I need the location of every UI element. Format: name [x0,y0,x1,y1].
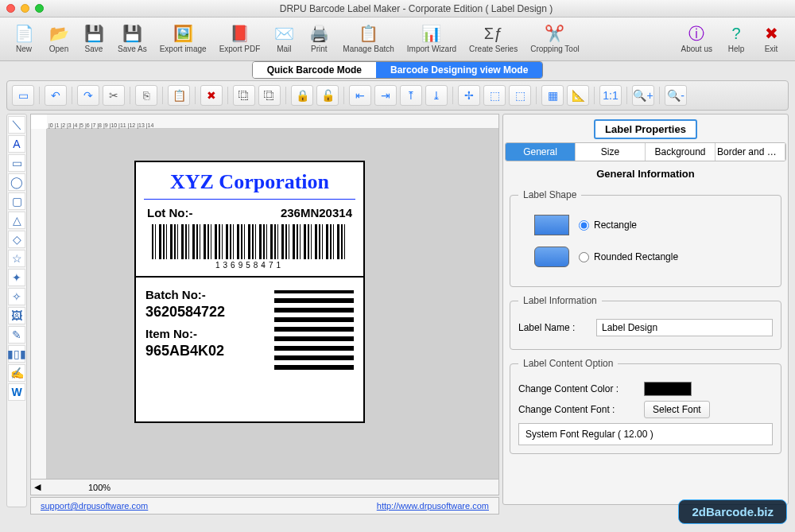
exit-icon: ✖ [760,22,782,45]
quick-barcode-mode-tab[interactable]: Quick Barcode Mode [253,62,376,78]
zoom-out-button[interactable]: 🔍- [665,85,687,106]
open-icon: 📂 [48,22,70,45]
save-button[interactable]: 💾Save [76,21,111,60]
content-color-label: Change Content Color : [518,383,638,394]
wordart-tool[interactable]: W [8,383,25,401]
pencil-tool[interactable]: ✎ [8,326,25,344]
help-icon: ? [725,22,747,45]
canvas[interactable]: |0 |1 |2 |3 |4 |5 |6 |7 |8 |9 |10 |11 |1… [30,114,499,480]
actual-size-button[interactable]: 1:1 [599,85,622,106]
cropping-tool-button[interactable]: ✂️Cropping Tool [524,21,586,60]
item-value: 965AB4K02 [145,343,274,359]
align-left-button[interactable]: ⇤ [349,85,371,106]
designing-view-mode-tab[interactable]: Barcode Designing view Mode [376,62,542,78]
star-tool[interactable]: ☆ [8,250,25,267]
help-button[interactable]: ?Help [719,21,754,60]
barcode-1d [152,224,347,259]
grid-button[interactable]: ▦ [541,85,564,106]
duplicate-button[interactable]: ⿻ [233,85,255,106]
rect-tool[interactable]: ▭ [8,154,25,172]
align-right-button[interactable]: ⇥ [374,85,397,106]
paste-button[interactable]: 📋 [168,85,190,106]
line-tool[interactable]: ＼ [8,116,25,134]
print-button[interactable]: 🖨️Print [301,21,336,60]
export-pdf-icon: 📕 [228,22,250,45]
align-bottom-button[interactable]: ⤓ [425,85,448,106]
label-content-group: Label Content Option Change Content Colo… [510,358,781,454]
label-information-group: Label Information Label Name : [510,295,781,350]
text-tool[interactable]: A [8,135,25,153]
website-link[interactable]: http://www.drpusoftware.com [377,501,489,511]
distribute-h-button[interactable]: ⬚ [483,85,506,106]
signature-tool[interactable]: ✍ [8,364,25,382]
rectangle-radio[interactable]: Rectangle [579,219,637,231]
label-name-label: Label Name : [518,322,590,333]
export-image-button[interactable]: 🖼️Export image [153,21,213,60]
zoom-level[interactable]: 100% [88,483,111,492]
arrow-tool[interactable]: ✧ [8,288,25,305]
support-email-link[interactable]: support@drpusoftware.com [41,501,148,511]
tab-size[interactable]: Size [576,143,646,161]
tab-border[interactable]: Border and Wa... [716,143,785,161]
tab-general[interactable]: General [506,143,576,161]
open-button[interactable]: 📂Open [41,21,76,60]
undo-button[interactable]: ↶ [45,85,67,106]
label-name-input[interactable] [596,319,773,336]
distribute-v-button[interactable]: ⬚ [509,85,531,106]
clone-button[interactable]: ⿻ [258,85,281,106]
shape-toolbar: ＼ A ▭ ◯ ▢ △ ◇ ☆ ✦ ✧ 🖼 ✎ ▮▯▮ ✍ W [6,114,27,507]
mail-button[interactable]: ✉️Mail [266,21,301,60]
copy-button[interactable]: ⎘ [135,85,157,106]
properties-panel: Label Properties General Size Background… [502,114,789,505]
about-button[interactable]: ⓘAbout us [675,21,719,60]
redo-button[interactable]: ↷ [77,85,99,106]
company-name: XYZ Corporation [144,162,355,200]
divider [136,276,363,278]
export-image-icon: 🖼️ [172,22,194,45]
center-button[interactable]: ✢ [458,85,480,106]
cut-button[interactable]: ✂ [103,85,125,106]
exit-button[interactable]: ✖Exit [754,21,789,60]
ruler-vertical [31,129,47,479]
tab-background[interactable]: Background [646,143,716,161]
window-title: DRPU Barcode Label Maker - Corporate Edi… [44,3,789,14]
save-as-button[interactable]: 💾Save As [111,21,153,60]
align-top-button[interactable]: ⤒ [400,85,422,106]
zoom-window-icon[interactable] [35,4,44,13]
main-toolbar: 📄New 📂Open 💾Save 💾Save As 🖼️Export image… [0,17,795,61]
new-button[interactable]: 📄New [6,21,41,60]
triangle-tool[interactable]: △ [8,212,25,229]
minimize-window-icon[interactable] [21,4,29,13]
import-wizard-button[interactable]: 📊Import Wizard [401,21,463,60]
label-preview[interactable]: XYZ Corporation Lot No:- 236MN20314 1369… [134,161,365,423]
select-font-button[interactable]: Select Font [644,401,710,418]
delete-button[interactable]: ✖ [200,85,223,106]
ruler-button[interactable]: 📐 [567,85,589,106]
manage-batch-button[interactable]: 📋Manage Batch [336,21,401,60]
series-icon: Σƒ [483,22,505,45]
unlock-button[interactable]: 🔓 [316,85,339,106]
footer-links: support@drpusoftware.com http://www.drpu… [30,497,499,515]
rounded-rectangle-radio[interactable]: Rounded Rectangle [579,251,678,262]
ellipse-tool[interactable]: ◯ [8,173,25,191]
zoom-in-button[interactable]: 🔍+ [632,85,654,106]
lot-label: Lot No:- [147,206,192,219]
rounded-rect-tool[interactable]: ▢ [8,192,25,210]
datamatrix-icon [274,290,354,370]
ruler-horizontal: |0 |1 |2 |3 |4 |5 |6 |7 |8 |9 |10 |11 |1… [47,115,498,129]
barcode-tool[interactable]: ▮▯▮ [8,345,25,363]
create-series-button[interactable]: ΣƒCreate Series [463,21,524,60]
close-window-icon[interactable] [6,4,15,13]
edit-toolbar: ▭ ↶ ↷ ✂ ⎘ 📋 ✖ ⿻ ⿻ 🔒 🔓 ⇤ ⇥ ⤒ ⤓ ✢ ⬚ ⬚ ▦ 📐 … [6,80,789,111]
print-icon: 🖨️ [308,22,330,45]
content-color-swatch[interactable] [644,382,692,396]
lot-value: 236MN20314 [281,206,352,219]
select-tool-button[interactable]: ▭ [12,85,34,106]
burst-tool[interactable]: ✦ [8,269,25,286]
lock-button[interactable]: 🔒 [291,85,313,106]
titlebar: DRPU Barcode Label Maker - Corporate Edi… [0,0,795,17]
diamond-tool[interactable]: ◇ [8,231,25,248]
image-tool[interactable]: 🖼 [8,307,25,324]
batch-icon: 📋 [358,22,380,45]
export-pdf-button[interactable]: 📕Export PDF [213,21,267,60]
